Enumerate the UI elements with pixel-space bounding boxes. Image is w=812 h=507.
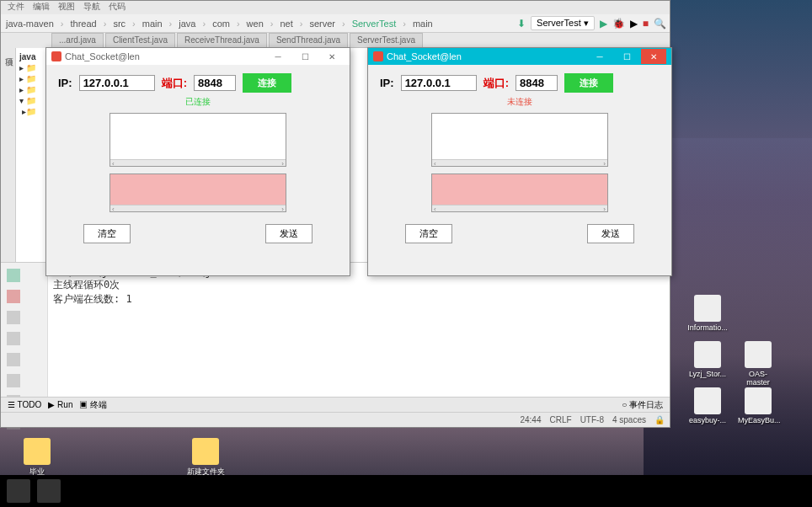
event-log-tab[interactable]: ○ 事件日志 xyxy=(622,399,663,411)
taskbar xyxy=(0,475,812,507)
close-button[interactable]: ✕ xyxy=(319,49,345,64)
maximize-button[interactable]: ☐ xyxy=(292,49,318,64)
scrollbar[interactable]: ‹› xyxy=(432,205,607,211)
debug-icon[interactable]: 🐞 xyxy=(612,18,625,29)
send-button[interactable]: 发送 xyxy=(587,224,634,243)
message-display[interactable]: ‹› xyxy=(431,113,608,167)
editor-tab[interactable]: ClientTest.java xyxy=(105,33,175,48)
rerun-icon[interactable] xyxy=(7,269,20,282)
ip-input[interactable] xyxy=(401,75,477,91)
connection-status: 未连接 xyxy=(380,96,660,108)
desktop-icon[interactable]: MyEasyBu... xyxy=(738,387,778,424)
wrap-icon[interactable] xyxy=(7,353,20,366)
send-button[interactable]: 发送 xyxy=(265,224,313,243)
folder-icon xyxy=(694,295,721,322)
stop-icon[interactable] xyxy=(7,290,20,303)
breadcrumb[interactable]: java-maven› thread› src› main› java› com… xyxy=(4,19,516,29)
window-title: Chat_Socket@len xyxy=(65,51,140,61)
desktop-icon[interactable]: 新建文件夹 xyxy=(185,438,226,478)
port-input[interactable] xyxy=(194,75,236,91)
maximize-button[interactable]: ☐ xyxy=(614,49,639,64)
message-input[interactable]: ‹› xyxy=(431,173,608,212)
editor-tabs: ...ard.java ClientTest.java ReceiveThrea… xyxy=(1,33,670,48)
editor-tab[interactable]: ServerTest.java xyxy=(350,33,423,48)
lock-icon: 🔒 xyxy=(654,415,665,424)
folder-icon xyxy=(694,387,721,414)
app-icon xyxy=(51,51,61,61)
menubar: 文件编辑视图导航代码 xyxy=(1,1,670,14)
ip-label: IP: xyxy=(380,77,394,89)
minimize-button[interactable]: ─ xyxy=(587,49,612,64)
build-icon[interactable]: ⬇ xyxy=(517,18,526,29)
editor-tab[interactable]: SendThread.java xyxy=(269,33,348,48)
close-button[interactable]: ✕ xyxy=(641,49,666,64)
status-bar: 24:44 CRLF UTF-8 4 spaces 🔒 xyxy=(1,412,670,427)
titlebar[interactable]: Chat_Socket@len ─ ☐ ✕ xyxy=(368,48,671,65)
run-panel: D:\Java\jdk1.8.0_172\bin\java.exe ... 主线… xyxy=(1,262,670,397)
scrollbar[interactable]: ‹› xyxy=(110,205,286,211)
console-output[interactable]: D:\Java\jdk1.8.0_172\bin\java.exe ... 主线… xyxy=(48,263,670,397)
port-label: 端口: xyxy=(483,76,509,91)
indent[interactable]: 4 spaces xyxy=(612,415,646,424)
taskbar-item[interactable] xyxy=(37,479,61,503)
run-config-selector[interactable]: ServerTest ▾ xyxy=(531,16,595,30)
search-icon[interactable]: 🔍 xyxy=(654,18,666,29)
folder-icon xyxy=(745,341,772,368)
terminal-tab[interactable]: ▣ 终端 xyxy=(79,399,107,411)
port-label: 端口: xyxy=(162,76,187,91)
line-separator[interactable]: CRLF xyxy=(550,415,572,424)
scrollbar[interactable]: ‹› xyxy=(432,159,607,166)
message-input[interactable]: ‹› xyxy=(110,173,286,212)
bottom-tool-tabs: ☰ TODO ▶ Run ▣ 终端 ○ 事件日志 xyxy=(1,397,670,412)
folder-icon xyxy=(694,341,721,368)
folder-icon xyxy=(745,387,772,414)
chat-window-1: Chat_Socket@len ─ ☐ ✕ IP: 端口: 连接 已连接 ‹› … xyxy=(45,47,350,276)
taskbar-item[interactable] xyxy=(7,479,30,503)
run-icon[interactable]: ▶ xyxy=(600,18,607,29)
scrollbar[interactable]: ‹› xyxy=(110,159,286,166)
minimize-button[interactable]: ─ xyxy=(265,49,291,64)
ip-label: IP: xyxy=(58,77,72,89)
editor-tab[interactable]: ReceiveThread.java xyxy=(177,33,267,48)
chat-window-2: Chat_Socket@len ─ ☐ ✕ IP: 端口: 连接 未连接 ‹› … xyxy=(367,47,672,276)
desktop-icon[interactable]: OAS-master xyxy=(738,341,778,387)
port-input[interactable] xyxy=(516,75,558,91)
scroll-icon[interactable] xyxy=(7,374,20,387)
toolbar: java-maven› thread› src› main› java› com… xyxy=(1,14,670,33)
todo-tab[interactable]: ☰ TODO xyxy=(8,400,41,409)
ip-input[interactable] xyxy=(79,75,155,91)
editor-tab[interactable]: ...ard.java xyxy=(51,33,104,48)
folder-icon xyxy=(192,438,219,465)
titlebar[interactable]: Chat_Socket@len ─ ☐ ✕ xyxy=(46,48,350,65)
app-icon xyxy=(373,51,383,61)
desktop-icon[interactable]: Informatio... xyxy=(687,295,728,332)
cursor-position: 24:44 xyxy=(520,415,541,424)
encoding[interactable]: UTF-8 xyxy=(580,415,604,424)
print-icon[interactable] xyxy=(7,332,20,345)
folder-icon xyxy=(24,438,51,465)
message-display[interactable]: ‹› xyxy=(110,113,286,167)
desktop-icon[interactable]: Lyzj_Stor... xyxy=(687,341,728,378)
window-title: Chat_Socket@len xyxy=(387,51,462,61)
clear-button[interactable]: 清空 xyxy=(83,224,131,243)
desktop-icon[interactable]: easybuy-... xyxy=(687,387,728,424)
stop-icon[interactable]: ■ xyxy=(643,18,649,29)
clear-button[interactable]: 清空 xyxy=(405,224,452,243)
connect-button[interactable]: 连接 xyxy=(564,73,613,93)
connect-button[interactable]: 连接 xyxy=(243,73,291,93)
desktop-icon[interactable]: 毕业 xyxy=(17,438,57,478)
run-tab[interactable]: ▶ Run xyxy=(48,400,72,409)
layout-icon[interactable] xyxy=(7,311,20,324)
run-gutter xyxy=(1,263,48,397)
connection-status: 已连接 xyxy=(58,96,338,108)
coverage-icon[interactable]: ▶ xyxy=(630,18,638,29)
